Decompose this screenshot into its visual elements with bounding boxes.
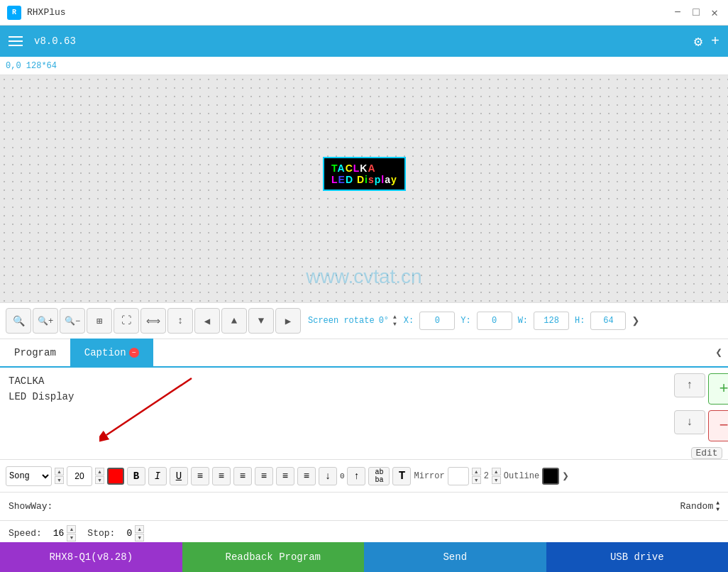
mirror-area: Mirror ▲ ▼ 2 ▲ ▼ — [414, 467, 500, 485]
content-line2: LED Display — [9, 389, 677, 405]
title-bar: R RHXPlus − □ ✕ — [0, 0, 728, 26]
down-val: 0 — [340, 472, 345, 480]
add-caption-button[interactable]: + — [708, 373, 728, 405]
led-line2: LED Display — [331, 174, 397, 185]
y-label: Y: — [460, 316, 470, 326]
remove-caption-button[interactable]: − — [708, 410, 728, 441]
text-style-button[interactable]: T — [392, 467, 411, 485]
stop-spinner[interactable]: ▲ ▼ — [135, 525, 144, 541]
content-text-area[interactable]: TACLKA LED Display — [0, 368, 685, 459]
caption-tab[interactable]: Caption − — [70, 339, 153, 367]
rotate-control[interactable]: ▲ ▼ — [393, 314, 397, 327]
move-to-left-button[interactable]: ◀ — [194, 308, 220, 334]
led-display[interactable]: TACLKA LED Display — [323, 157, 406, 191]
bold-button[interactable]: B — [127, 467, 145, 485]
font-size-down-button[interactable]: ▼ — [55, 476, 64, 484]
send-button[interactable]: Send — [364, 542, 546, 572]
mirror-val-down-button[interactable]: ▼ — [492, 476, 501, 484]
zoom-out-button[interactable]: 🔍− — [60, 308, 85, 334]
screen-rotate-area: Screen rotate 0° ▲ ▼ — [308, 314, 397, 327]
format-more-button[interactable]: ❯ — [562, 469, 569, 483]
program-tab[interactable]: Program — [0, 339, 70, 367]
h-label: H: — [575, 316, 585, 326]
fit-button[interactable]: ⛶ — [114, 308, 139, 334]
move-left-button[interactable]: ⟺ — [140, 308, 166, 334]
x-input[interactable] — [419, 312, 455, 330]
font-size-input[interactable] — [67, 466, 92, 486]
outline-color-swatch[interactable] — [542, 468, 559, 485]
move-vertical-button[interactable]: ↕ — [167, 308, 193, 334]
mirror-input[interactable] — [448, 467, 469, 485]
move-to-right-button[interactable]: ▶ — [275, 308, 301, 334]
rotate-down-button[interactable]: ▼ — [393, 321, 397, 327]
close-button[interactable]: ✕ — [708, 6, 721, 19]
mirror-val-spinner[interactable]: ▲ ▼ — [492, 468, 501, 484]
zoom-in-button[interactable]: 🔍+ — [33, 308, 58, 334]
stop-up-button[interactable]: ▲ — [135, 525, 144, 533]
device-button[interactable]: RHX8-Q1(v8.28) — [0, 542, 182, 572]
w-input[interactable] — [534, 312, 569, 330]
settings-icon[interactable]: ⚙ — [694, 33, 702, 50]
speed-up-button[interactable]: ▲ — [67, 525, 76, 533]
font-select[interactable]: Song — [6, 466, 52, 486]
caption-tab-close-button[interactable]: − — [129, 348, 139, 358]
align-right2-button[interactable]: ≡ — [297, 467, 316, 485]
showway-spinner[interactable]: ▲ ▼ — [716, 500, 719, 512]
version-label: v8.0.63 — [34, 35, 76, 47]
canvas-info-bar: 0,0 128*64 — [0, 57, 728, 75]
text-color-swatch[interactable] — [107, 468, 124, 485]
stop-value-area: 0 ▲ ▼ — [126, 525, 144, 541]
h-input[interactable] — [590, 312, 626, 330]
ab-button[interactable]: abba — [368, 467, 390, 485]
coord-arrow-button[interactable]: ❯ — [632, 313, 639, 329]
add-icon[interactable]: + — [711, 33, 719, 50]
rotate-up-button[interactable]: ▲ — [393, 314, 397, 320]
speed-num: 16 — [53, 528, 65, 539]
underline-button[interactable]: U — [170, 467, 188, 485]
led-line1: TACLKA — [331, 163, 397, 174]
content-buttons: ↑ + ↓ − Edit — [685, 368, 728, 459]
stop-down-button[interactable]: ▼ — [135, 534, 144, 541]
align-right-button[interactable]: ≡ — [233, 467, 252, 485]
arrow-down-button[interactable]: ↓ — [319, 467, 337, 485]
mirror-up-button[interactable]: ▲ — [472, 468, 481, 475]
hamburger-menu-button[interactable] — [9, 36, 23, 46]
canvas-area: www.cvtat.cn TACLKA LED Display — [0, 75, 728, 302]
italic-button[interactable]: I — [148, 467, 167, 485]
align-center-button[interactable]: ≡ — [212, 467, 231, 485]
maximize-button[interactable]: □ — [690, 6, 702, 19]
font-size-inc-button[interactable]: ▲ — [95, 468, 104, 475]
mirror-spinner[interactable]: ▲ ▼ — [472, 468, 481, 484]
coord-area: X: Y: W: H: ❯ — [404, 312, 639, 330]
speed-value-area: 16 ▲ ▼ — [53, 525, 77, 541]
content-line1: TACLKA — [9, 373, 677, 389]
readback-button[interactable]: Readback Program — [182, 542, 365, 572]
watermark: www.cvtat.cn — [306, 265, 421, 288]
screen-rotate-label: Screen rotate — [308, 316, 375, 326]
edit-button[interactable]: Edit — [691, 447, 722, 459]
align-left2-button[interactable]: ≡ — [276, 467, 294, 485]
font-size-up-button[interactable]: ▲ — [55, 468, 64, 475]
align-justify-button[interactable]: ≡ — [255, 467, 273, 485]
usb-drive-button[interactable]: USB drive — [546, 542, 729, 572]
showway-up-button[interactable]: ▲ — [716, 500, 719, 506]
showway-down-button[interactable]: ▼ — [716, 507, 719, 512]
move-to-down-button[interactable]: ▼ — [248, 308, 274, 334]
font-size-spinner[interactable]: ▲ ▼ — [95, 468, 104, 484]
rotate-value: 0° — [379, 316, 389, 326]
tab-arrow-button[interactable]: ❮ — [715, 346, 722, 360]
font-spinner[interactable]: ▲ ▼ — [55, 468, 64, 484]
align-left-button[interactable]: ≡ — [191, 467, 209, 485]
speed-down-button[interactable]: ▼ — [67, 534, 76, 541]
move-to-up-button[interactable]: ▲ — [221, 308, 247, 334]
speed-label: Speed: — [9, 528, 42, 539]
y-input[interactable] — [477, 312, 512, 330]
arrow-up-button[interactable]: ↑ — [347, 467, 365, 485]
search-tool-button[interactable]: 🔍 — [6, 308, 31, 334]
mirror-val-up-button[interactable]: ▲ — [492, 468, 501, 475]
speed-spinner[interactable]: ▲ ▼ — [67, 525, 76, 541]
font-size-dec-button[interactable]: ▼ — [95, 476, 104, 484]
minimize-button[interactable]: − — [671, 6, 684, 19]
grid-button[interactable]: ⊞ — [87, 308, 112, 334]
mirror-down-button[interactable]: ▼ — [472, 476, 481, 484]
